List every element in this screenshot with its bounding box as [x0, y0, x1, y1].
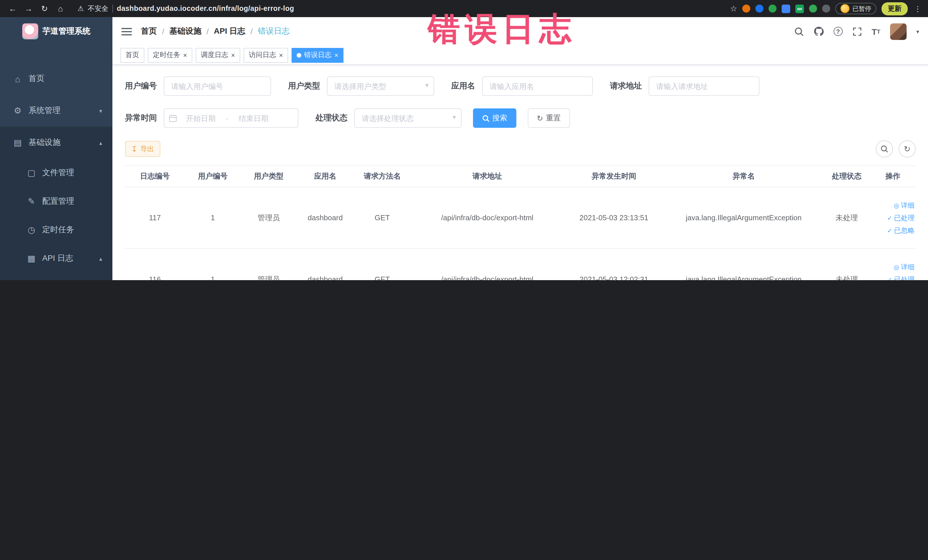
- breadcrumb-separator: /: [206, 27, 209, 36]
- fullscreen-icon[interactable]: [852, 26, 862, 36]
- ignored-link[interactable]: ✓已忽略: [870, 224, 914, 237]
- sidebar-item-label: 定时任务: [42, 225, 74, 235]
- extension-icon[interactable]: [756, 5, 763, 12]
- active-tab-dot-icon: [297, 53, 301, 57]
- process-status-select[interactable]: ▾: [354, 108, 462, 128]
- check-icon: ✓: [887, 214, 892, 221]
- sidebar-item-file-management[interactable]: ▢文件管理: [0, 159, 112, 187]
- process-status-select-input[interactable]: [354, 108, 462, 128]
- close-icon[interactable]: [279, 52, 283, 58]
- reset-button[interactable]: ↻ 重置: [528, 108, 570, 128]
- search-icon: [482, 114, 490, 122]
- sidebar-item-label: 文件管理: [42, 168, 74, 178]
- hamburger-icon[interactable]: [122, 27, 132, 35]
- start-date-input[interactable]: [177, 114, 225, 122]
- sidebar-item-system-management[interactable]: ⚙系统管理▾: [0, 95, 112, 127]
- extension-icon[interactable]: [769, 5, 777, 12]
- bookmark-star-icon[interactable]: ☆: [730, 4, 737, 13]
- tab-schedule-log[interactable]: 调度日志: [196, 48, 240, 63]
- cell-method: GET: [354, 187, 411, 249]
- date-range-separator: -: [225, 114, 230, 122]
- kebab-menu-icon[interactable]: ⋮: [913, 4, 923, 13]
- back-icon[interactable]: ←: [6, 4, 20, 13]
- processed-link[interactable]: ✓已处理: [870, 273, 914, 280]
- user-type-select-input[interactable]: [327, 76, 434, 96]
- app-name-label: 应用名: [451, 81, 475, 91]
- app-frame: 芋道管理系统 ⌂首页⚙系统管理▾▤基础设施▴▢文件管理✎配置管理◷定时任务▦AP…: [0, 17, 928, 280]
- address-bar[interactable]: ⚠ 不安全 dashboard.yudao.iocoder.cn/infra/l…: [78, 4, 294, 14]
- search-icon: [881, 145, 888, 153]
- breadcrumb-item[interactable]: API 日志: [214, 26, 245, 37]
- warning-icon: ⚠: [78, 5, 84, 12]
- home-icon[interactable]: ⌂: [53, 4, 67, 13]
- user-type-select[interactable]: ▾: [327, 76, 434, 96]
- user-id-input[interactable]: [164, 76, 271, 96]
- main-area: 首页/基础设施/API 日志/错误日志 ▾: [112, 17, 928, 280]
- tab-home[interactable]: 首页: [121, 48, 144, 63]
- date-range-picker[interactable]: -: [164, 108, 298, 128]
- column-header: 处理状态: [823, 166, 870, 187]
- sidebar-item-access-log[interactable]: ▭访问日志: [0, 273, 112, 280]
- table-row: 1161管理员dashboardGET/api/infra/db-doc/exp…: [125, 249, 916, 280]
- sidebar-item-api-log[interactable]: ▦API 日志▴: [0, 244, 112, 273]
- extension-on-icon[interactable]: on: [795, 4, 804, 13]
- column-header: 操作: [870, 166, 916, 187]
- chevron-down-icon: ▾: [99, 108, 102, 114]
- reload-icon[interactable]: ↻: [38, 4, 51, 13]
- refresh-button[interactable]: ↻: [899, 140, 916, 157]
- extension-grid-icon[interactable]: [781, 4, 790, 13]
- user-avatar[interactable]: [890, 23, 907, 40]
- chevron-up-icon: ▴: [99, 255, 102, 262]
- cell-user_id: 1: [185, 187, 241, 249]
- font-size-icon[interactable]: [872, 26, 881, 36]
- search-button[interactable]: 搜索: [473, 108, 516, 128]
- sidebar-item-config-management[interactable]: ✎配置管理: [0, 187, 112, 216]
- table-toolbar: ↧ 导出 ↻: [125, 140, 916, 157]
- cell-exception: java.lang.IllegalArgumentException: [664, 187, 823, 249]
- close-icon[interactable]: [183, 52, 187, 58]
- app-logo[interactable]: 芋道管理系统: [0, 17, 112, 46]
- close-icon[interactable]: [231, 52, 235, 58]
- toggle-search-button[interactable]: [876, 140, 893, 157]
- request-url-input[interactable]: [649, 76, 759, 96]
- breadcrumb-item[interactable]: 基础设施: [169, 26, 201, 37]
- cell-log_id: 117: [125, 187, 185, 249]
- github-icon[interactable]: [814, 26, 824, 37]
- app-name-input[interactable]: [482, 76, 593, 96]
- puzzle-extensions-icon[interactable]: [822, 5, 830, 12]
- help-icon[interactable]: [833, 27, 843, 36]
- refresh-icon: ↻: [537, 114, 543, 122]
- filter-row: 异常时间 - 处理状态 ▾ 搜索: [125, 108, 916, 128]
- download-icon: ↧: [131, 145, 137, 153]
- extension-icon[interactable]: [742, 5, 750, 12]
- breadcrumb-item[interactable]: 首页: [141, 26, 157, 37]
- refresh-icon: ↻: [904, 144, 910, 154]
- sidebar-item-scheduled-tasks[interactable]: ◷定时任务: [0, 216, 112, 244]
- forward-icon[interactable]: →: [22, 4, 35, 13]
- request-url-label: 请求地址: [610, 81, 642, 91]
- extension-icon[interactable]: [809, 5, 817, 12]
- update-button[interactable]: 更新: [882, 2, 908, 15]
- column-header: 异常名: [664, 166, 823, 187]
- processed-link[interactable]: ✓已处理: [870, 211, 914, 224]
- tab-label: 访问日志: [249, 50, 276, 60]
- export-button[interactable]: ↧ 导出: [125, 141, 160, 157]
- cell-user_type: 管理员: [241, 187, 297, 249]
- chevron-down-icon[interactable]: ▾: [916, 28, 919, 35]
- column-header: 请求地址: [411, 166, 564, 187]
- sidebar-item-infrastructure[interactable]: ▤基础设施▴: [0, 127, 112, 159]
- close-icon[interactable]: [334, 52, 338, 58]
- end-date-input[interactable]: [230, 114, 278, 122]
- logo-image: [22, 23, 38, 40]
- tab-access-log[interactable]: 访问日志: [244, 48, 288, 63]
- search-icon[interactable]: [794, 26, 804, 36]
- tab-error-log[interactable]: 错误日志: [292, 48, 343, 63]
- detail-link[interactable]: ◎详细: [870, 199, 914, 211]
- tab-scheduled-tasks[interactable]: 定时任务: [148, 48, 192, 63]
- paused-badge[interactable]: 已暂停: [835, 3, 876, 14]
- sidebar-item-label: 配置管理: [42, 196, 74, 206]
- breadcrumb-item[interactable]: 错误日志: [258, 26, 290, 37]
- sidebar-item-home[interactable]: ⌂首页: [0, 63, 112, 95]
- detail-link[interactable]: ◎详细: [870, 261, 914, 273]
- sidebar-item-label: 系统管理: [29, 105, 61, 116]
